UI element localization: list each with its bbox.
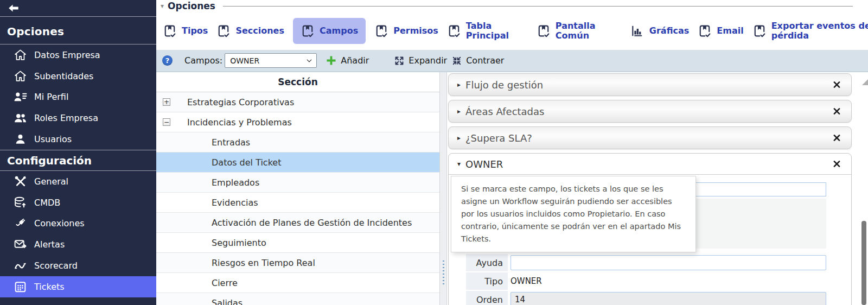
sidebar-item-general[interactable]: General: [0, 171, 156, 192]
tab-label: Secciones: [235, 26, 284, 36]
tree-row-empleados[interactable]: Empleados: [156, 173, 439, 193]
tab-secciones[interactable]: Secciones: [216, 24, 284, 38]
field-label: Tipo: [466, 272, 508, 290]
triangle-right-icon: ▸: [457, 134, 461, 142]
sidebar-item-tickets[interactable]: Tickets: [0, 276, 156, 297]
contract-icon[interactable]: [451, 55, 462, 66]
panel-flujo-de-gestion[interactable]: ▸Flujo de gestión: [448, 73, 852, 96]
expand-icon[interactable]: [394, 55, 405, 66]
scrollbar-thumb[interactable]: [861, 221, 866, 305]
bookmark-check-icon: [163, 24, 177, 38]
close-icon[interactable]: [832, 134, 841, 143]
close-icon[interactable]: [832, 107, 841, 116]
add-button[interactable]: Añadir: [341, 55, 369, 66]
field-row-orden: Orden: [466, 291, 826, 305]
options-section-header: ▾ Opciones: [156, 0, 868, 12]
tree-row-datos-del-ticket[interactable]: Datos del Ticket: [156, 152, 439, 173]
bookmark-check-icon: [374, 24, 388, 38]
tab-pantalla-comun[interactable]: Pantalla Común: [537, 21, 604, 41]
sidebar: OpcionesDatos EmpresaSubentidadesMi Perf…: [0, 0, 156, 305]
expander-icon[interactable]: +: [163, 98, 170, 106]
sidebar-item-datos-empresa[interactable]: Datos Empresa: [0, 45, 156, 66]
tree-row-label: Estrategias Corporativas: [156, 97, 294, 107]
tab-label: Email: [717, 26, 743, 36]
tree-row-label: Activación de Planes de Gestión de Incid…: [156, 218, 412, 228]
expander-icon[interactable]: −: [163, 118, 170, 126]
tab-graficas[interactable]: Gráficas: [630, 24, 689, 38]
tree-row-label: Riesgos en Tiempo Real: [156, 258, 315, 268]
sidebar-item-label: CMDB: [34, 198, 60, 208]
sidebar-item-label: Mi Perfil: [34, 92, 68, 102]
bookmark-check-icon: [752, 24, 767, 38]
vertical-scrollbar[interactable]: [859, 72, 868, 305]
panel-title: ¿Supera SLA?: [465, 132, 532, 144]
sidebar-item-subentidades[interactable]: Subentidades: [0, 66, 156, 87]
sidebar-item-label: Conexiones: [34, 218, 85, 228]
close-icon[interactable]: [832, 160, 841, 169]
home-icon: [14, 48, 27, 62]
sidebar-item-label: Scorecard: [34, 260, 78, 271]
close-icon[interactable]: [832, 80, 841, 90]
expand-button[interactable]: Expandir: [409, 55, 447, 66]
tree-row-evidencias[interactable]: Evidencias: [156, 193, 439, 213]
tab-tabla-principal[interactable]: Tabla Principal: [447, 21, 515, 41]
sidebar-item-roles-empresa[interactable]: Roles Empresa: [0, 107, 156, 129]
panel-areas-afectadas[interactable]: ▸Áreas Afectadas: [448, 100, 852, 123]
add-icon[interactable]: [326, 55, 337, 66]
tab-email[interactable]: Email: [698, 24, 743, 38]
tree-row-entradas[interactable]: Entradas: [156, 132, 439, 152]
bookmark-check-icon: [698, 24, 712, 38]
tree-row-label: Cierre: [156, 278, 238, 288]
tab-label: Campos: [320, 26, 358, 36]
tab-label: Tabla Principal: [466, 21, 515, 41]
panel-supera-sla[interactable]: ▸¿Supera SLA?: [448, 126, 852, 149]
contract-button[interactable]: Contraer: [466, 55, 504, 66]
plug-icon: [14, 217, 27, 230]
campos-select[interactable]: OWNER: [225, 53, 317, 68]
tree-row-cierre[interactable]: Cierre: [156, 273, 439, 293]
tab-label: Gráficas: [649, 26, 689, 36]
tab-campos[interactable]: Campos: [293, 18, 366, 44]
options-legend: Opciones: [168, 1, 215, 11]
tab-exportar-eventos-de-perdida[interactable]: Exportar eventos de pérdida: [752, 21, 868, 41]
sidebar-item-label: Tickets: [34, 282, 65, 292]
tab-bar: TiposSeccionesCamposPermisosTabla Princi…: [156, 12, 868, 50]
triangle-down-icon[interactable]: ▾: [161, 2, 164, 10]
field-label: Ayuda: [466, 254, 508, 271]
sidebar-item-mi-perfil[interactable]: Mi Perfil: [0, 87, 156, 108]
tree-row-activacion-de-planes-de-gestion-de-incidentes[interactable]: Activación de Planes de Gestión de Incid…: [156, 213, 439, 233]
sidebar-item-label: Usuarios: [34, 134, 72, 144]
tab-label: Permisos: [393, 26, 438, 36]
sidebar-item-conexiones[interactable]: Conexiones: [0, 213, 156, 234]
tab-tipos[interactable]: Tipos: [163, 24, 208, 38]
splitter-drag-handle-icon[interactable]: [443, 260, 444, 287]
tree-row-label: Empleados: [156, 177, 259, 188]
back-button[interactable]: [0, 0, 156, 17]
trend-icon: [14, 259, 27, 272]
people-icon: [14, 111, 27, 125]
ayuda-input[interactable]: [510, 255, 826, 270]
orden-input[interactable]: [510, 292, 826, 305]
tree-row-salidas[interactable]: Salidas: [156, 293, 439, 305]
bookmark-check-icon: [216, 24, 231, 38]
tree-row-estrategias-corporativas[interactable]: +Estrategias Corporativas: [156, 92, 439, 112]
tipo-value: OWNER: [510, 276, 542, 286]
tree-row-label: Evidencias: [156, 198, 258, 208]
tree-row-seguimiento[interactable]: Seguimiento: [156, 233, 439, 253]
tools-icon: [14, 175, 27, 188]
panel-splitter[interactable]: [439, 72, 447, 305]
sidebar-item-scorecard[interactable]: Scorecard: [0, 255, 156, 276]
help-icon[interactable]: ?: [162, 55, 173, 66]
sidebar-item-label: Datos Empresa: [34, 50, 100, 60]
calendar-icon: [14, 280, 27, 294]
tree-row-riesgos-en-tiempo-real[interactable]: Riesgos en Tiempo Real: [156, 253, 439, 273]
bookmark-check-icon: [301, 24, 315, 38]
tab-permisos[interactable]: Permisos: [374, 24, 438, 38]
tree-row-incidencias-y-problemas[interactable]: −Incidencias y Problemas: [156, 112, 439, 132]
home-icon: [14, 69, 27, 83]
sidebar-item-alertas[interactable]: Alertas: [0, 234, 156, 255]
sidebar-item-usuarios[interactable]: Usuarios: [0, 129, 156, 150]
sidebar-item-cmdb[interactable]: CMDB: [0, 192, 156, 213]
field-row-ayuda: Ayuda: [466, 254, 826, 271]
panel-owner-header[interactable]: ▾ OWNER: [449, 154, 851, 175]
